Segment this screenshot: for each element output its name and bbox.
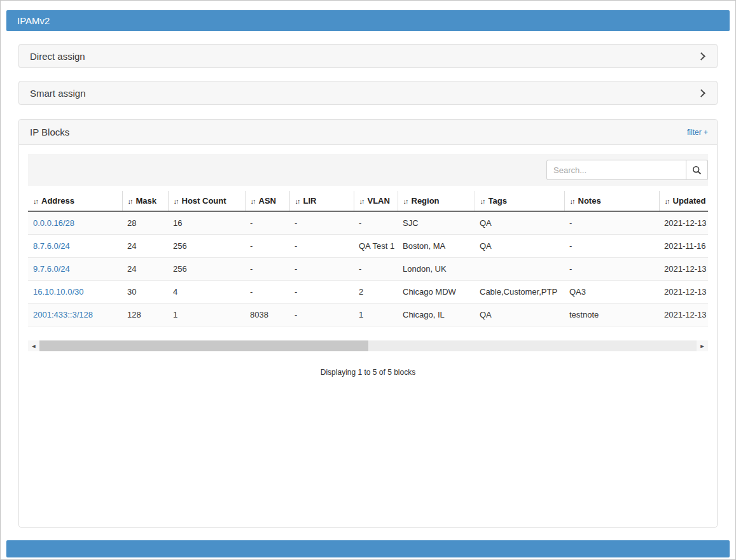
- search-input[interactable]: [546, 160, 686, 180]
- column-header-notes[interactable]: ↓↑Notes: [564, 191, 659, 211]
- ip-blocks-header: IP Blocks filter +: [19, 120, 717, 145]
- scrollbar-track[interactable]: [39, 340, 697, 351]
- smart-assign-panel[interactable]: Smart assign: [18, 81, 718, 105]
- cell-lir: -: [289, 258, 354, 281]
- cell-tags: QA: [475, 235, 564, 258]
- column-header-updated[interactable]: ↓↑Updated: [659, 191, 708, 211]
- column-label: Mask: [136, 196, 157, 206]
- cell-region: Boston, MA: [398, 235, 475, 258]
- displaying-status: Displaying 1 to 5 of 5 blocks: [28, 368, 708, 377]
- horizontal-scrollbar: ◄ ►: [28, 340, 708, 351]
- cell-vlan: 1: [354, 304, 398, 326]
- sort-icon: ↓↑: [251, 197, 255, 205]
- scroll-left-icon[interactable]: ◄: [28, 340, 39, 351]
- direct-assign-label: Direct assign: [30, 51, 85, 62]
- cell-asn: -: [245, 281, 289, 304]
- cell-tags: [475, 258, 564, 281]
- cell-region: London, UK: [398, 258, 475, 281]
- table-toolbar: [28, 154, 708, 186]
- app-header: IPAMv2: [6, 10, 730, 31]
- sort-icon: ↓↑: [295, 197, 300, 205]
- direct-assign-panel[interactable]: Direct assign: [18, 44, 718, 68]
- chevron-right-icon: [697, 52, 705, 60]
- ip-blocks-title: IP Blocks: [30, 127, 69, 137]
- column-header-tags[interactable]: ↓↑Tags: [475, 191, 564, 211]
- filter-link[interactable]: filter +: [687, 128, 708, 137]
- column-header-region[interactable]: ↓↑Region: [398, 191, 475, 211]
- cell-host-count: 1: [168, 304, 245, 326]
- cell-host-count: 256: [168, 258, 245, 281]
- app-title: IPAMv2: [17, 15, 50, 26]
- scrollbar-thumb[interactable]: [39, 340, 368, 351]
- sort-icon: ↓↑: [480, 197, 485, 205]
- cell-asn: -: [245, 258, 289, 281]
- cell-lir: -: [289, 281, 354, 304]
- table-row: 16.10.10.0/30 30 4 - - 2 Chicago MDW Cab…: [28, 281, 708, 304]
- sort-icon: ↓↑: [33, 197, 38, 205]
- table-row: 9.7.6.0/24 24 256 - - - London, UK - 202…: [28, 258, 708, 281]
- column-label: Address: [41, 196, 74, 206]
- address-link[interactable]: 0.0.0.16/28: [28, 211, 122, 235]
- sort-icon: ↓↑: [174, 197, 178, 205]
- cell-updated: 2021-12-13: [659, 304, 708, 326]
- sort-icon: ↓↑: [359, 197, 364, 205]
- table-header-row: ↓↑Address ↓↑Mask ↓↑Host Count ↓↑ASN ↓↑LI…: [28, 191, 708, 211]
- cell-notes: -: [564, 235, 659, 258]
- column-header-lir[interactable]: ↓↑LIR: [289, 191, 354, 211]
- cell-vlan: 2: [354, 281, 398, 304]
- column-label: Notes: [578, 196, 601, 206]
- ip-blocks-body: ↓↑Address ↓↑Mask ↓↑Host Count ↓↑ASN ↓↑LI…: [19, 145, 717, 527]
- cell-tags: Cable,Customer,PTP: [475, 281, 564, 304]
- cell-host-count: 4: [168, 281, 245, 304]
- cell-updated: 2021-12-13: [659, 258, 708, 281]
- sort-icon: ↓↑: [128, 197, 132, 205]
- address-link[interactable]: 16.10.10.0/30: [28, 281, 122, 304]
- cell-vlan: QA Test 1: [354, 235, 398, 258]
- cell-region: Chicago MDW: [398, 281, 475, 304]
- cell-vlan: -: [354, 211, 398, 235]
- app-footer: [6, 540, 730, 557]
- column-header-mask[interactable]: ↓↑Mask: [122, 191, 168, 211]
- cell-asn: 8038: [245, 304, 289, 326]
- search-button[interactable]: [686, 160, 708, 180]
- ip-blocks-table: ↓↑Address ↓↑Mask ↓↑Host Count ↓↑ASN ↓↑LI…: [28, 191, 708, 326]
- address-link[interactable]: 9.7.6.0/24: [28, 258, 122, 281]
- cell-lir: -: [289, 304, 354, 326]
- ip-blocks-panel: IP Blocks filter +: [18, 119, 718, 528]
- cell-notes: testnote: [564, 304, 659, 326]
- sort-icon: ↓↑: [570, 197, 574, 205]
- address-link[interactable]: 2001:433::3/128: [28, 304, 122, 326]
- cell-mask: 24: [122, 235, 168, 258]
- sort-icon: ↓↑: [665, 197, 669, 205]
- cell-notes: -: [564, 211, 659, 235]
- cell-lir: -: [289, 235, 354, 258]
- address-link[interactable]: 8.7.6.0/24: [28, 235, 122, 258]
- cell-updated: 2021-12-13: [659, 281, 708, 304]
- column-header-asn[interactable]: ↓↑ASN: [245, 191, 289, 211]
- column-label: Region: [412, 196, 440, 206]
- column-header-address[interactable]: ↓↑Address: [28, 191, 122, 211]
- column-header-vlan[interactable]: ↓↑VLAN: [354, 191, 398, 211]
- sort-icon: ↓↑: [403, 197, 408, 205]
- cell-region: Chicago, IL: [398, 304, 475, 326]
- cell-notes: QA3: [564, 281, 659, 304]
- cell-host-count: 256: [168, 235, 245, 258]
- cell-tags: QA: [475, 211, 564, 235]
- cell-mask: 24: [122, 258, 168, 281]
- smart-assign-label: Smart assign: [30, 88, 86, 99]
- cell-mask: 30: [122, 281, 168, 304]
- cell-lir: -: [289, 211, 354, 235]
- search-group: [546, 160, 708, 180]
- cell-region: SJC: [398, 211, 475, 235]
- cell-host-count: 16: [168, 211, 245, 235]
- column-label: Tags: [489, 196, 507, 206]
- column-label: Updated: [673, 196, 706, 206]
- chevron-right-icon: [697, 89, 705, 97]
- table-row: 8.7.6.0/24 24 256 - - QA Test 1 Boston, …: [28, 235, 708, 258]
- scroll-right-icon[interactable]: ►: [697, 340, 708, 351]
- column-header-host-count[interactable]: ↓↑Host Count: [168, 191, 245, 211]
- cell-mask: 128: [122, 304, 168, 326]
- table-row: 0.0.0.16/28 28 16 - - - SJC QA - 2021-12…: [28, 211, 708, 235]
- column-label: LIR: [303, 196, 317, 206]
- cell-tags: QA: [475, 304, 564, 326]
